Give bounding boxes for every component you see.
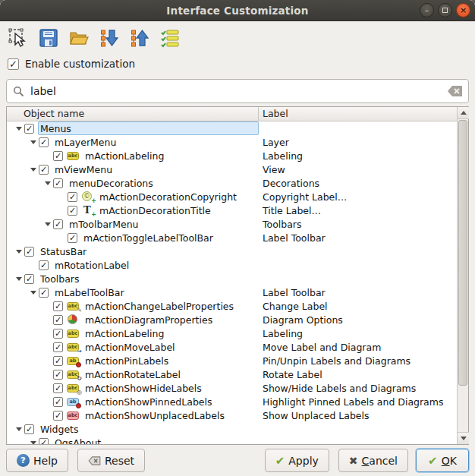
tree-row[interactable]: ✓abc↻mActionRotateLabelRotate Label [7, 367, 457, 381]
tree-row[interactable]: ✓mToolbarMenuToolbars [7, 217, 457, 231]
tree-row[interactable]: ✓Menus [7, 121, 457, 135]
clear-text-icon[interactable] [448, 86, 462, 96]
object-name[interactable]: Toolbars [38, 273, 82, 285]
tree-row[interactable]: ✓abcmActionShowUnplacedLabelsShow Unplac… [7, 408, 457, 422]
expand-arrow-icon[interactable] [14, 427, 24, 431]
vertical-scrollbar[interactable] [457, 107, 468, 444]
object-name[interactable]: QgsAbout [52, 437, 103, 445]
object-name[interactable]: mActionDecorationTitle [97, 205, 213, 216]
row-checkbox[interactable]: ✓ [53, 315, 63, 325]
row-checkbox[interactable]: ✓ [68, 192, 77, 202]
row-checkbox[interactable]: ✓ [24, 124, 34, 134]
row-checkbox[interactable]: ✓ [68, 233, 77, 243]
object-name[interactable]: Widgets [38, 424, 81, 435]
row-checkbox[interactable]: ✓ [53, 356, 63, 366]
reset-button[interactable]: Reset [77, 449, 145, 472]
object-name[interactable]: mActionPinLabels [83, 355, 171, 367]
row-checkbox[interactable]: ✓ [39, 137, 49, 147]
object-name[interactable]: mRotationLabel [52, 260, 131, 271]
row-checkbox[interactable]: ✓ [53, 383, 63, 393]
tree-row[interactable]: ✓©+mActionDecorationCopyrightCopyright L… [7, 190, 457, 203]
expand-arrow-icon[interactable] [14, 250, 24, 254]
object-name[interactable]: Menus [38, 123, 74, 134]
tree-row[interactable]: ✓menuDecorationsDecorations [7, 176, 457, 190]
open-folder-icon[interactable] [68, 27, 90, 49]
row-checkbox[interactable]: ✓ [53, 342, 63, 352]
expand-arrow-icon[interactable] [42, 181, 53, 185]
expand-all-icon[interactable] [99, 27, 120, 49]
row-checkbox[interactable]: ✓ [39, 260, 49, 270]
tree-row[interactable]: ✓QgsAbout [7, 436, 457, 444]
search-input[interactable] [30, 85, 448, 97]
object-name[interactable]: mActionShowUnplacedLabels [83, 410, 227, 421]
row-checkbox[interactable]: ✓ [39, 288, 49, 298]
tree-row[interactable]: ✓Toolbars [7, 272, 457, 285]
object-name[interactable]: mActionShowPinnedLabels [83, 396, 215, 408]
row-checkbox[interactable]: ✓ [53, 370, 63, 380]
row-checkbox[interactable]: ✓ [39, 438, 49, 445]
object-name[interactable]: mLayerMenu [52, 137, 118, 148]
column-divider[interactable] [258, 107, 259, 121]
scroll-down-icon[interactable] [458, 432, 469, 444]
maximize-icon[interactable] [438, 3, 452, 17]
expand-arrow-icon[interactable] [28, 441, 39, 445]
row-checkbox[interactable]: ✓ [24, 424, 34, 434]
expand-arrow-icon[interactable] [14, 277, 24, 281]
expand-arrow-icon[interactable] [14, 127, 24, 131]
cancel-button[interactable]: ✖ Cancel [338, 449, 408, 472]
row-checkbox[interactable]: ✓ [53, 151, 63, 161]
row-checkbox[interactable]: ✓ [53, 219, 63, 229]
tree-row[interactable]: ✓mActionToggleLabelToolBarLabel Toolbar [7, 231, 457, 244]
object-name[interactable]: mActionMoveLabel [83, 342, 178, 353]
expand-arrow-icon[interactable] [28, 168, 39, 172]
object-name[interactable]: mActionChangeLabelProperties [83, 301, 236, 312]
expand-arrow-icon[interactable] [42, 222, 53, 226]
object-name[interactable]: mActionDiagramProperties [83, 314, 215, 326]
scroll-up-icon[interactable] [458, 107, 469, 119]
row-checkbox[interactable]: ✓ [53, 329, 63, 339]
row-checkbox[interactable]: ✓ [53, 301, 63, 311]
row-checkbox[interactable]: ✓ [39, 165, 49, 175]
tree-row[interactable]: ✓mViewMenuView [7, 162, 457, 176]
object-name[interactable]: mToolbarMenu [67, 219, 141, 230]
select-all-icon[interactable] [159, 27, 181, 49]
tree-row[interactable]: ✓abcmActionLabelingLabeling [7, 326, 457, 340]
search-box[interactable] [6, 79, 469, 103]
collapse-all-icon[interactable] [129, 27, 150, 49]
row-checkbox[interactable]: ✓ [53, 397, 63, 407]
row-checkbox[interactable]: ✓ [24, 247, 34, 257]
object-name[interactable]: mActionLabeling [83, 328, 166, 339]
tree-row[interactable]: ✓abcmActionLabelingLabeling [7, 149, 457, 162]
tree-row[interactable]: ✓T+mActionDecorationTitleTitle Label… [7, 203, 457, 217]
object-name[interactable]: mActionToggleLabelToolBar [81, 232, 215, 244]
expand-arrow-icon[interactable] [28, 140, 39, 144]
column-header-object-name[interactable]: Object name [24, 108, 84, 119]
scrollbar-thumb[interactable] [458, 120, 467, 386]
object-name[interactable]: mActionShowHideLabels [83, 383, 204, 394]
select-widgets-icon[interactable] [8, 27, 29, 49]
help-button[interactable]: ? Help [6, 449, 68, 472]
object-name[interactable]: mLabelToolBar [52, 287, 127, 298]
tree-row[interactable]: ✓Widgets [7, 422, 457, 436]
tree-row[interactable]: ✓abmActionShowPinnedLabelsHighlight Pinn… [7, 395, 457, 408]
tree-row[interactable]: ✓abc→mActionMoveLabelMove Label and Diag… [7, 340, 457, 354]
apply-button[interactable]: ✔ Apply [265, 449, 329, 472]
object-name[interactable]: mViewMenu [52, 164, 115, 175]
row-checkbox[interactable]: ✓ [53, 178, 63, 188]
ok-button[interactable]: ✔ OK [416, 449, 469, 472]
object-name[interactable]: StatusBar [38, 246, 89, 257]
save-icon[interactable] [38, 27, 59, 49]
tree-row[interactable]: ✓StatusBar [7, 244, 457, 258]
column-header-label[interactable]: Label [263, 108, 288, 119]
tree-row[interactable]: ✓mActionDiagramPropertiesDiagram Options [7, 313, 457, 326]
tree-row[interactable]: ✓abc◎mActionShowHideLabelsShow/Hide Labe… [7, 381, 457, 395]
tree-row[interactable]: ✓abmActionPinLabelsPin/Unpin Labels and … [7, 354, 457, 367]
close-icon[interactable]: × [456, 3, 470, 17]
enable-customization-checkbox[interactable]: ✓ [8, 58, 19, 70]
object-name[interactable]: menuDecorations [67, 178, 156, 189]
tree-row[interactable]: ✓abc✎mActionChangeLabelPropertiesChange … [7, 299, 457, 313]
row-checkbox[interactable]: ✓ [24, 274, 34, 284]
tree-row[interactable]: ✓mLayerMenuLayer [7, 135, 457, 149]
expand-arrow-icon[interactable] [28, 291, 39, 295]
object-name[interactable]: mActionRotateLabel [83, 369, 183, 380]
